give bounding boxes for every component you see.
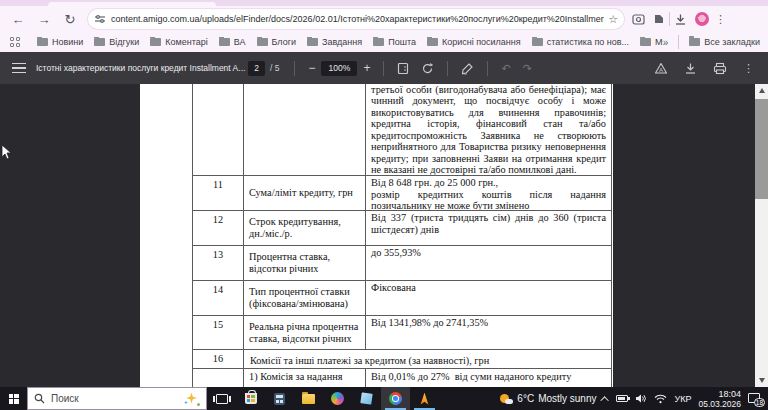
calculator-icon [274,393,285,405]
reload-icon[interactable]: ↻ [58,8,82,30]
pdf-more-icon[interactable]: ⋮ [737,62,760,75]
scroll-down-icon[interactable] [755,374,768,387]
folder-icon [532,38,543,46]
row-value-cell: Від 0,01% до 27% від суми наданого креди… [366,369,612,387]
copilot-sparkle-icon[interactable] [184,392,200,406]
chrome-button[interactable] [381,387,410,410]
url-text[interactable]: content.amigo.com.ua/uploads/elFinder/do… [111,14,604,24]
windows-logo-icon [9,394,19,404]
tray-expand-icon[interactable] [601,396,609,404]
browser-toolbar: ← → ↻ content.amigo.com.ua/uploads/elFin… [0,6,768,32]
back-icon[interactable]: ← [6,8,30,30]
bookmark-folder-korysni[interactable]: Корисні посилання [427,37,521,47]
sun-cloud-icon [500,393,513,405]
photos-app-button[interactable] [352,387,381,410]
bookmark-folder-poshta[interactable]: Пошта [373,37,416,47]
row-number-cell: 14 [193,281,244,316]
forward-icon[interactable]: → [32,8,56,30]
svg-text:A: A [659,66,663,72]
bookmarks-divider [678,35,679,49]
chrome-icon [389,392,402,405]
store-icon [245,393,257,404]
text-annotation-icon[interactable]: A [648,62,674,75]
pdf-menu-icon[interactable] [12,63,26,74]
page-number-input[interactable]: 2 [248,61,265,76]
search-icon [34,393,45,404]
bookmarks-overflow-icon[interactable]: » [663,37,669,48]
table-row: 13 Процентна ставка, відсотки річних до … [192,246,612,281]
taskbar-clock[interactable]: 18:04 05.03.2026 [698,389,741,409]
battery-icon[interactable] [616,395,628,402]
taskbar-search-box[interactable]: Поиск [27,387,207,410]
folder-icon [219,38,230,46]
print-icon[interactable] [707,62,733,75]
site-info-tune-icon[interactable] [94,13,106,25]
calculator-button[interactable] [265,387,294,410]
folder-icon [427,38,438,46]
bookmark-folder-zavdannia[interactable]: Завдання [307,37,362,47]
keyboard-language[interactable]: УКР [674,394,691,404]
zoom-in-button[interactable]: + [357,61,376,75]
row-number-cell: 12 [193,211,244,246]
scrollbar-thumb[interactable] [755,99,768,199]
speaker-icon[interactable] [635,393,647,404]
screen: ← → ↻ content.amigo.com.ua/uploads/elFin… [0,0,768,410]
row-number-cell: 16 [193,350,244,369]
row-label-cell: Сума/ліміт кредиту, грн [244,176,366,211]
taskbar: Поиск 6°C Mostly sunny УКР 18:04 05.03.2… [0,387,768,410]
all-bookmarks-label: Все закладки [704,37,760,47]
redo-icon[interactable]: ↷ [517,62,538,75]
toolbar-separator [447,61,448,76]
pdf-viewer[interactable]: третьої особи (вигодонабувача або бенефі… [0,84,768,387]
apps-grid-icon[interactable] [10,37,20,47]
task-view-button[interactable] [207,387,236,410]
table-row: 16 Комісії та інші платежі за кредитом (… [192,350,612,369]
bookmark-label: Новини [52,37,83,47]
bookmark-folder-va[interactable]: ВА [219,37,246,47]
weather-desc: Mostly sunny [538,393,596,404]
bookmark-star-icon[interactable]: ☆ [608,13,618,26]
bookmark-folder-mfo[interactable]: МФО [640,37,663,47]
weather-widget[interactable]: 6°C Mostly sunny [500,393,596,405]
bookmark-folder-novyny[interactable]: Новини [37,37,83,47]
profile-avatar[interactable] [695,12,709,26]
zoom-level-input[interactable]: 100% [321,61,357,76]
start-button[interactable] [0,387,27,410]
copilot-button[interactable] [323,387,352,410]
row-number-cell [193,84,244,176]
folder-icon [257,38,268,46]
bookmark-folder-vidhuky[interactable]: Відгуки [94,37,139,47]
downloads-icon[interactable] [674,13,687,26]
annotate-pen-icon[interactable] [455,62,480,75]
extension-icon[interactable] [653,13,665,25]
row-number-cell: 13 [193,246,244,281]
action-center-button[interactable]: 18 [748,393,762,405]
bookmark-folder-komentari[interactable]: Коментарі [150,37,207,47]
zoom-out-button[interactable]: − [302,61,321,75]
rotate-icon[interactable] [415,62,440,75]
bookmark-label: МФО [655,37,663,47]
scroll-up-icon[interactable] [755,84,768,97]
address-bar[interactable]: content.amigo.com.ua/uploads/elFinder/do… [88,9,624,29]
bookmarks-bar: Новини Відгуки Коментарі ВА Блоги Завдан… [0,32,768,52]
browser-menu-icon[interactable]: ⋮ [709,13,732,26]
microsoft-store-button[interactable] [236,387,265,410]
row-number-cell: 11 [193,176,244,211]
bookmark-folder-blohy[interactable]: Блоги [257,37,296,47]
vertical-scrollbar[interactable] [755,84,768,387]
row-label-cell: Строк кредитування, дн./міс./р. [244,211,366,246]
folder-icon [150,38,161,46]
orange-app-button[interactable] [410,387,439,410]
network-icon[interactable] [654,394,667,404]
camera-extension-icon[interactable] [632,13,645,25]
file-explorer-button[interactable] [294,387,323,410]
clock-time: 18:04 [698,389,741,399]
bookmark-folder-statystyka[interactable]: статистика по нов... [532,37,629,47]
fit-page-icon[interactable] [391,62,415,75]
undo-icon[interactable]: ↶ [495,62,516,75]
download-icon[interactable] [678,62,703,75]
bookmark-label: статистика по нов... [547,37,629,47]
search-placeholder: Поиск [51,393,178,404]
bookmark-label: Відгуки [109,37,139,47]
all-bookmarks-button[interactable]: Все закладки [689,37,760,47]
